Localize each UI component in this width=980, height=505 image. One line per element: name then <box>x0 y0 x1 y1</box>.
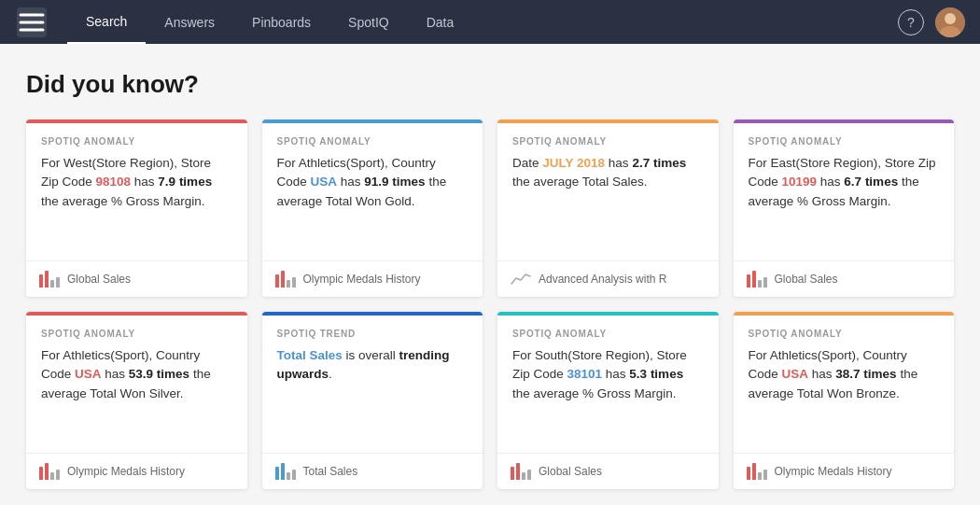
card-5[interactable]: SPOTIQ TRENDTotal Sales is overall trend… <box>262 312 483 489</box>
card-0-footer-icon <box>39 269 60 289</box>
card-3-footer: Global Sales <box>734 260 955 297</box>
card-6-label: SPOTIQ ANOMALY <box>512 329 704 339</box>
card-7-text: For Athletics(Sport), Country Code USA h… <box>749 346 940 403</box>
card-6-emphasis: 5.3 times <box>629 367 683 381</box>
card-3-text: For East(Store Region), Store Zip Code 1… <box>749 154 940 211</box>
card-7-footer: Olympic Medals History <box>734 453 955 489</box>
card-5-label: SPOTIQ TREND <box>277 329 469 339</box>
card-2-emphasis: 2.7 times <box>632 156 686 170</box>
card-0-footer: Global Sales <box>26 260 247 297</box>
card-4-footer-text: Olympic Medals History <box>67 465 185 478</box>
card-4-footer: Olympic Medals History <box>26 453 247 489</box>
card-4-label: SPOTIQ ANOMALY <box>41 329 232 339</box>
card-3-bar-chart-icon <box>747 271 767 288</box>
card-7[interactable]: SPOTIQ ANOMALYFor Athletics(Sport), Coun… <box>734 312 955 489</box>
nav-answers[interactable]: Answers <box>146 0 233 44</box>
card-2-label: SPOTIQ ANOMALY <box>512 136 704 147</box>
card-5-highlight-blue: Total Sales <box>277 348 343 362</box>
card-0-body: SPOTIQ ANOMALYFor West(Store Region), St… <box>26 123 247 260</box>
card-3[interactable]: SPOTIQ ANOMALYFor East(Store Region), St… <box>734 119 955 297</box>
card-2-text: Date JULY 2018 has 2.7 times the average… <box>512 154 704 192</box>
card-2-footer-text: Advanced Analysis with R <box>539 273 666 286</box>
card-3-label: SPOTIQ ANOMALY <box>749 136 940 147</box>
user-avatar[interactable] <box>935 7 965 37</box>
card-6-footer-icon <box>511 461 531 482</box>
card-1-footer-text: Olympic Medals History <box>303 273 421 286</box>
card-2-footer-icon <box>511 269 531 289</box>
card-0[interactable]: SPOTIQ ANOMALYFor West(Store Region), St… <box>26 119 247 297</box>
card-7-footer-icon <box>747 461 767 482</box>
card-4-emphasis: 53.9 times <box>129 367 189 381</box>
card-5-footer: Total Sales <box>262 453 483 489</box>
card-0-label: SPOTIQ ANOMALY <box>41 136 232 147</box>
card-5-text: Total Sales is overall trending upwards. <box>277 346 469 385</box>
card-0-highlight-red: 98108 <box>96 175 132 189</box>
card-5-footer-icon <box>275 461 296 482</box>
card-6-highlight-blue: 38101 <box>567 367 603 381</box>
card-5-footer-text: Total Sales <box>303 465 358 478</box>
nav-right: ? <box>898 7 965 37</box>
card-3-body: SPOTIQ ANOMALYFor East(Store Region), St… <box>734 123 955 260</box>
card-1[interactable]: SPOTIQ ANOMALYFor Athletics(Sport), Coun… <box>262 119 483 297</box>
nav-pinboards[interactable]: Pinboards <box>233 0 329 44</box>
card-2-body: SPOTIQ ANOMALYDate JULY 2018 has 2.7 tim… <box>497 123 719 260</box>
card-0-text: For West(Store Region), Store Zip Code 9… <box>41 154 232 211</box>
card-2-highlight-orange: JULY 2018 <box>542 156 605 170</box>
card-1-body: SPOTIQ ANOMALYFor Athletics(Sport), Coun… <box>262 123 483 260</box>
card-6-text: For South(Store Region), Store Zip Code … <box>512 346 704 403</box>
card-3-footer-text: Global Sales <box>775 273 838 286</box>
nav-data[interactable]: Data <box>408 0 473 44</box>
card-6-body: SPOTIQ ANOMALYFor South(Store Region), S… <box>497 316 719 453</box>
card-1-label: SPOTIQ ANOMALY <box>277 136 469 147</box>
svg-point-5 <box>945 13 956 24</box>
card-5-body: SPOTIQ TRENDTotal Sales is overall trend… <box>262 316 483 453</box>
card-7-footer-text: Olympic Medals History <box>775 465 892 478</box>
nav-spotiq[interactable]: SpotIQ <box>329 0 408 44</box>
card-0-footer-text: Global Sales <box>67 273 131 286</box>
card-4-body: SPOTIQ ANOMALYFor Athletics(Sport), Coun… <box>26 316 247 453</box>
card-1-highlight-blue: USA <box>311 175 338 189</box>
card-6-footer: Global Sales <box>497 453 719 489</box>
page-title: Did you know? <box>26 70 954 99</box>
card-4-footer-icon <box>39 461 60 482</box>
help-button[interactable]: ? <box>898 9 924 35</box>
card-7-body: SPOTIQ ANOMALYFor Athletics(Sport), Coun… <box>734 316 955 453</box>
card-6-bar-chart-icon <box>511 463 531 480</box>
card-4-bar-chart-icon <box>39 463 60 480</box>
card-3-footer-icon <box>747 269 767 289</box>
card-0-emphasis: 7.9 times <box>158 175 212 189</box>
card-4[interactable]: SPOTIQ ANOMALYFor Athletics(Sport), Coun… <box>26 312 247 489</box>
card-7-emphasis: 38.7 times <box>835 367 896 381</box>
card-3-emphasis: 6.7 times <box>844 175 898 189</box>
card-6[interactable]: SPOTIQ ANOMALYFor South(Store Region), S… <box>497 312 719 489</box>
card-3-highlight-red: 10199 <box>782 175 818 189</box>
card-1-text: For Athletics(Sport), Country Code USA h… <box>277 154 469 211</box>
card-1-emphasis: 91.9 times <box>364 175 425 189</box>
card-5-bar-chart-icon <box>275 463 296 480</box>
card-7-label: SPOTIQ ANOMALY <box>749 329 940 339</box>
card-2-line-chart-icon <box>511 271 531 288</box>
card-0-bar-chart-icon <box>39 271 60 288</box>
navbar: Search Answers Pinboards SpotIQ Data ? <box>0 0 980 44</box>
nav-links: Search Answers Pinboards SpotIQ Data <box>67 0 898 44</box>
card-2-footer: Advanced Analysis with R <box>497 260 719 297</box>
brand-logo[interactable] <box>15 6 49 39</box>
page-content: Did you know? SPOTIQ ANOMALYFor West(Sto… <box>0 44 980 504</box>
card-1-footer-icon <box>275 269 296 289</box>
card-1-footer: Olympic Medals History <box>262 260 483 297</box>
card-7-bar-chart-icon <box>747 463 767 480</box>
nav-search[interactable]: Search <box>67 0 146 44</box>
card-6-footer-text: Global Sales <box>539 465 602 478</box>
card-4-highlight-red: USA <box>75 367 102 381</box>
card-4-text: For Athletics(Sport), Country Code USA h… <box>41 346 232 403</box>
card-2[interactable]: SPOTIQ ANOMALYDate JULY 2018 has 2.7 tim… <box>497 119 719 297</box>
cards-grid: SPOTIQ ANOMALYFor West(Store Region), St… <box>26 119 954 489</box>
card-1-bar-chart-icon <box>275 271 296 288</box>
card-7-highlight-red: USA <box>782 367 809 381</box>
